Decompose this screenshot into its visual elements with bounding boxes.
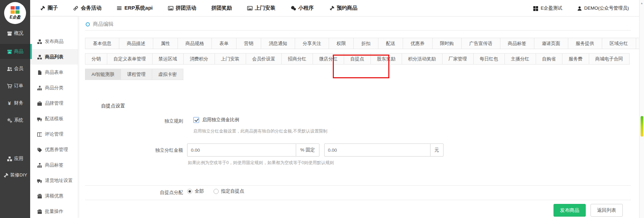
tab-discount[interactable]: 折扣	[353, 38, 378, 49]
sidebar-item-finance[interactable]: ¥财务	[0, 95, 30, 111]
dividend-amount-help: 如果比例为空或等于0，则使用固定规则，如果都为空或等于0则使用默认规则	[188, 160, 334, 166]
sub-item-return-address[interactable]: 退货地址设置	[30, 173, 78, 188]
section-title: 自提点设置	[101, 103, 125, 109]
tab-anchor-dividend[interactable]: 主播分红	[505, 53, 536, 65]
archive-icon	[7, 49, 12, 54]
topnav-booking-goods[interactable]: 预约商品	[329, 5, 357, 11]
topbar: 圈子 会务活动 ERP系统api 拼团活动 拼团奖励 上门安装 小程序 预约商品…	[30, 0, 639, 16]
topnav-group-buy-reward[interactable]: 拼团奖励	[211, 5, 232, 11]
circle-o-icon	[86, 22, 90, 26]
tab-service-fee[interactable]: 服务费	[562, 53, 589, 65]
publish-goods-button[interactable]: 发布商品	[554, 204, 586, 217]
user-icon	[577, 6, 582, 11]
tab-region-dividend[interactable]: 区域分红	[602, 38, 636, 49]
sidebar-item-overview[interactable]: 概况	[0, 26, 30, 41]
sitemap-icon	[37, 85, 42, 90]
tabs-row-2: 分销 自定义表单管理 禁运区域 消费积分 上门安装 会员价设置 招商分红 微店分…	[85, 53, 630, 65]
tab-service-provide[interactable]: 服务提供	[568, 38, 602, 49]
tab-attributes[interactable]: 属性	[153, 38, 178, 49]
sidebar-item-goods[interactable]: 商品	[0, 44, 30, 59]
sidebar-item-orders[interactable]: 订单	[0, 78, 30, 93]
dividend-amount-controls: % 固定 元	[187, 144, 443, 157]
app-logo[interactable]: E企盈	[4, 2, 26, 24]
assign-specified-radio[interactable]	[214, 189, 219, 194]
sub-item-batch-ops[interactable]: 批量操作	[30, 204, 78, 218]
assign-all-radio[interactable]	[187, 189, 192, 194]
tab-self-purchase-save[interactable]: 自购省	[536, 53, 563, 65]
back-to-list-button[interactable]: 返回列表	[591, 204, 623, 217]
tab-goods-description[interactable]: 商品描述	[119, 38, 153, 49]
tab-invite-page[interactable]: 邀请页面	[534, 38, 568, 49]
assign-specified-option[interactable]: 指定自提点	[214, 188, 244, 194]
tab-no-ship-area[interactable]: 禁运区域	[152, 53, 184, 65]
gift-icon	[37, 209, 42, 214]
topnav-circle[interactable]: 圈子	[40, 5, 58, 11]
sidebar-item-system[interactable]: 系统	[0, 113, 30, 128]
tab-coupon[interactable]: 优惠券	[403, 38, 433, 49]
sub-item-goods-form[interactable]: 商品表单	[30, 65, 78, 80]
tab-member-price[interactable]: 会员价设置	[246, 53, 282, 65]
tab-factory-manage[interactable]: 厂家管理	[442, 53, 474, 65]
current-user[interactable]: DEMO(公众号管理员)	[577, 5, 629, 11]
sidebar-item-apps[interactable]: 应用	[0, 151, 30, 166]
sub-item-shipping-template[interactable]: 配送模板	[30, 111, 78, 126]
tab-form[interactable]: 表单	[211, 38, 236, 49]
tab-marketing[interactable]: 营销	[236, 38, 261, 49]
fixed-amount-input[interactable]	[324, 144, 430, 157]
tab-distribution[interactable]: 分销	[85, 53, 107, 65]
topnav-group-buy-activity[interactable]: 拼团活动	[168, 5, 196, 11]
tab-microshop-dividend[interactable]: 微店分红	[313, 53, 344, 65]
sub-item-coupon-manage[interactable]: 优惠券管理	[30, 142, 78, 157]
independent-rule-help: 启用独立分红金额设置，此商品拥有独自的分红金额,不受默认设置限制	[193, 128, 327, 134]
account-switcher[interactable]: E企盈测试	[533, 5, 562, 11]
tab-door-install[interactable]: 上门安装	[215, 53, 246, 65]
image-icon	[168, 5, 173, 11]
sub-item-goods-tags[interactable]: 商品标签	[30, 157, 78, 173]
tab-ad-slogan[interactable]: 广告宣传语	[461, 38, 500, 49]
tab-delivery[interactable]: 配送	[378, 38, 403, 49]
tab-flash-sale[interactable]: 限时购	[432, 38, 462, 49]
tab-ai-skin-test[interactable]: AI智能测肤	[85, 69, 121, 80]
tab-virtual-card[interactable]: 虚拟卡密	[152, 69, 183, 80]
tab-shareholder-reward[interactable]: 股东奖励	[370, 53, 402, 65]
enable-commission-checkbox[interactable]	[193, 117, 199, 123]
tab-goods-spec[interactable]: 商品规格	[178, 38, 212, 49]
sub-item-review-manage[interactable]: 评论管理	[30, 126, 78, 142]
sub-item-goods-category[interactable]: 商品分类	[30, 80, 78, 95]
tab-message-notify[interactable]: 消息通知	[261, 38, 295, 49]
tab-goods-tags[interactable]: 商品标签	[500, 38, 534, 49]
section-divider	[85, 185, 631, 186]
independent-rule-control: 启用独立佣金比例	[193, 117, 239, 123]
page-scrollbar[interactable]: ▲	[639, 0, 644, 218]
tab-course-manage[interactable]: 课程管理	[121, 69, 152, 80]
topnav-erp-api[interactable]: ERP系统api	[117, 5, 153, 11]
tab-pickup-point[interactable]: 自提点	[344, 53, 371, 65]
tab-permissions[interactable]: 权限	[329, 38, 354, 49]
sidebar-item-members[interactable]: 会员	[0, 61, 30, 76]
tab-custom-form-manage[interactable]: 自定义表单管理	[107, 53, 153, 65]
topnav-meeting-activity[interactable]: 会务活动	[73, 5, 101, 11]
sub-item-publish-goods[interactable]: 发布商品	[30, 34, 78, 49]
topnav-door-install[interactable]: 上门安装	[247, 5, 276, 11]
percent-ratio-input[interactable]	[187, 144, 296, 157]
assign-all-option[interactable]: 全部	[187, 188, 204, 194]
link-icon	[73, 5, 78, 11]
sub-item-full-discount[interactable]: 满额优惠	[30, 188, 78, 204]
sidebar-item-decorate-diy[interactable]: 装修DIY	[0, 168, 30, 183]
tab-merchant-dividend[interactable]: 招商分红	[281, 53, 313, 65]
users-icon	[7, 66, 12, 71]
sub-item-goods-list[interactable]: 商品列表	[30, 49, 78, 65]
tab-consume-points[interactable]: 消费积分	[183, 53, 215, 65]
tab-share-follow[interactable]: 分享关注	[295, 38, 329, 49]
scroll-up-arrow[interactable]: ▲	[640, 2, 644, 5]
yen-icon: ¥	[7, 101, 12, 106]
tab-basic-info[interactable]: 基本信息	[85, 38, 119, 49]
topnav-mini-program[interactable]: 小程序	[291, 5, 314, 11]
sub-item-brand-manage[interactable]: 品牌管理	[30, 95, 78, 111]
action-buttons: 发布商品 返回列表	[554, 204, 623, 217]
scrollbar-thumb[interactable]	[641, 116, 643, 137]
tabs-row-1: 基本信息 商品描述 属性 商品规格 表单 营销 消息通知 分享关注 权限 折扣 …	[85, 38, 644, 49]
tab-daily-redpacket[interactable]: 每日红包	[473, 53, 505, 65]
tab-points-activity-reward[interactable]: 积分活动奖励	[402, 53, 442, 65]
tab-mall-e-contract[interactable]: 商城电子合同	[589, 53, 630, 65]
